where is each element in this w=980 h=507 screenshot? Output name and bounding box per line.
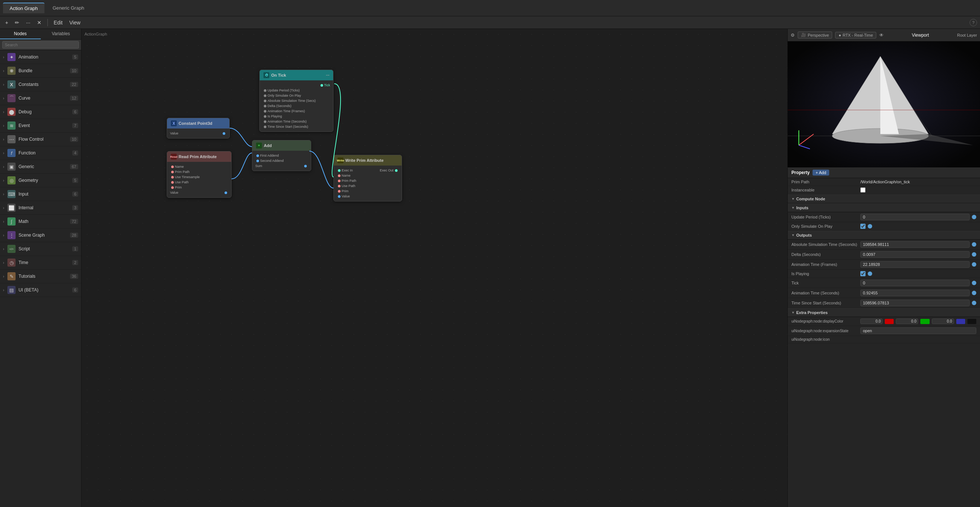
- perspective-button[interactable]: 🎥 Perspective: [798, 32, 832, 38]
- sidebar-tab-nodes[interactable]: Nodes: [0, 29, 41, 39]
- top-tab-bar: Action Graph Generic Graph: [0, 0, 980, 16]
- prop-row-update-period: Update Period (Ticks) 0: [788, 212, 980, 222]
- toolbar: + ✏ ··· ✕ Edit View ?: [0, 16, 980, 29]
- search-input[interactable]: [2, 41, 79, 49]
- view-menu-button[interactable]: View: [67, 19, 83, 26]
- property-add-button[interactable]: + Add: [813, 170, 829, 176]
- sidebar-item-label: Event: [19, 123, 72, 128]
- is-playing-dot: [868, 272, 872, 276]
- node-on-tick[interactable]: ⏱ On Tick ··· Tick Update Period (Ticks)…: [259, 70, 334, 132]
- sidebar: Nodes Variables › ✦ Animation 5 › ❋ Bund…: [0, 29, 81, 507]
- sidebar-item-function[interactable]: › f Function 4: [0, 146, 81, 160]
- extra-label: Extra Properties: [796, 310, 828, 315]
- color-swatch-r: [885, 319, 894, 324]
- viewport-area[interactable]: [788, 41, 980, 167]
- expand-arrow: ›: [3, 83, 7, 87]
- close-button[interactable]: ✕: [35, 19, 44, 26]
- sidebar-tab-variables[interactable]: Variables: [41, 29, 81, 39]
- expand-arrow: ›: [3, 165, 7, 169]
- color-swatch-b: [956, 319, 965, 324]
- sidebar-item-tutorials[interactable]: › ✎ Tutorials 36: [0, 270, 81, 283]
- tab-generic-graph[interactable]: Generic Graph: [46, 3, 91, 13]
- sidebar-item-animation[interactable]: › ✦ Animation 5: [0, 50, 81, 64]
- is-playing-checkbox[interactable]: [860, 271, 865, 276]
- port-label: Time Since Start (Seconds): [267, 125, 308, 129]
- expand-arrow: ›: [3, 151, 7, 155]
- color-g-input[interactable]: [896, 318, 918, 324]
- port-label: Prim: [175, 186, 182, 189]
- color-swatch-g: [920, 319, 929, 324]
- sidebar-item-count: 72: [70, 219, 78, 224]
- node-constant[interactable]: X Constant Point3d Value: [167, 118, 230, 138]
- node-read-prim-header: Read Read Prim Attribute: [167, 151, 231, 162]
- constants-icon: X: [7, 80, 16, 89]
- sidebar-item-count: 6: [72, 109, 78, 114]
- only-simulate-checkbox[interactable]: [860, 224, 865, 229]
- section-outputs[interactable]: Outputs: [788, 231, 980, 240]
- sidebar-item-script[interactable]: › </> Script 1: [0, 242, 81, 256]
- sidebar-item-label: Internal: [19, 205, 72, 210]
- is-playing-label: Is Playing: [791, 272, 858, 276]
- anim-sec-label: Animation Time (Seconds): [791, 291, 858, 295]
- gear-icon[interactable]: ⚙: [791, 33, 795, 38]
- sidebar-item-math[interactable]: › ∫ Math 72: [0, 215, 81, 229]
- more-options-button[interactable]: ···: [24, 19, 33, 26]
- sidebar-item-label: Math: [19, 219, 70, 224]
- sidebar-item-debug[interactable]: › ⬤ Debug 6: [0, 105, 81, 119]
- expand-arrow: ›: [3, 69, 7, 73]
- instanceable-label: Instanceable: [791, 188, 858, 192]
- sidebar-item-internal[interactable]: › ⬜ Internal 3: [0, 201, 81, 215]
- sidebar-item-generic[interactable]: › ▣ Generic 67: [0, 160, 81, 174]
- sidebar-item-label: Constants: [19, 82, 70, 87]
- abs-sim-label: Absolute Simulation Time (Seconds): [791, 242, 858, 246]
- node-on-tick-menu[interactable]: ···: [326, 73, 329, 78]
- delta-label: Delta (Seconds): [791, 252, 858, 257]
- ui-beta-icon: ▤: [7, 286, 16, 294]
- node-read-prim[interactable]: Read Read Prim Attribute Name Prim Path …: [167, 151, 232, 198]
- sidebar-item-flow-control[interactable]: › ⋯ Flow Control 10: [0, 133, 81, 146]
- tick-dot: [972, 281, 976, 285]
- sidebar-item-time[interactable]: › ◷ Time 2: [0, 256, 81, 270]
- tab-action-graph[interactable]: Action Graph: [3, 3, 45, 13]
- sidebar-item-bundle[interactable]: › ❋ Bundle 10: [0, 64, 81, 78]
- node-write-prim[interactable]: Write Write Prim Attribute Exec In Exec …: [334, 155, 402, 202]
- port-label: Animation Time (Seconds): [267, 120, 307, 123]
- port-label-value-out: Value: [170, 191, 178, 194]
- sidebar-item-input[interactable]: › ⌨ Input 6: [0, 188, 81, 201]
- edit-menu-button[interactable]: Edit: [51, 19, 65, 26]
- sidebar-item-geometry[interactable]: › ◎ Geometry 5: [0, 174, 81, 188]
- port-dot-playing: [264, 115, 266, 118]
- sidebar-item-event[interactable]: › ≋ Event 7: [0, 119, 81, 133]
- eye-icon[interactable]: 👁: [879, 33, 884, 38]
- render-mode-button[interactable]: ● RTX - Real-Time: [835, 32, 876, 38]
- section-extra[interactable]: Extra Properties: [788, 308, 980, 317]
- viewport-header: ⚙ 🎥 Perspective ● RTX - Real-Time 👁 View…: [788, 29, 980, 41]
- expansion-value: open: [860, 327, 976, 334]
- instanceable-checkbox[interactable]: [860, 188, 865, 192]
- generic-icon: ▣: [7, 162, 16, 171]
- sidebar-item-count: 7: [72, 123, 78, 128]
- node-constant-title: Constant Point3d: [178, 121, 212, 126]
- add-button[interactable]: +: [3, 19, 10, 26]
- edit-pencil-button[interactable]: ✏: [13, 19, 21, 26]
- graph-area[interactable]: ActionGraph ⏱ On Tick ··· Tick Update Pe…: [81, 29, 788, 507]
- port-dot-simulate: [264, 94, 266, 97]
- port-dot-second: [256, 160, 259, 162]
- section-inputs[interactable]: Inputs: [788, 203, 980, 212]
- color-b-input[interactable]: [932, 318, 954, 324]
- help-button[interactable]: ?: [970, 19, 977, 26]
- main-area: Nodes Variables › ✦ Animation 5 › ❋ Bund…: [0, 29, 980, 507]
- color-r-input[interactable]: [860, 318, 883, 324]
- graph-grid: [81, 29, 788, 507]
- section-compute-node[interactable]: Compute Node: [788, 194, 980, 203]
- wire-read-add: [232, 153, 252, 179]
- sidebar-item-scene-graph[interactable]: › ⋮ Scene Graph 28: [0, 229, 81, 242]
- sidebar-item-ui-beta[interactable]: › ▤ UI (BETA) 6: [0, 283, 81, 297]
- sidebar-item-curve[interactable]: › ⌒ Curve 12: [0, 92, 81, 105]
- port-label: Name: [342, 174, 350, 177]
- abs-sim-value: 108584.98111: [860, 241, 970, 248]
- node-add[interactable]: + Add First Addend Second Addend Sum: [252, 140, 311, 171]
- expand-arrow: ›: [3, 261, 7, 265]
- sidebar-item-constants[interactable]: › X Constants 22: [0, 78, 81, 92]
- internal-icon: ⬜: [7, 204, 16, 212]
